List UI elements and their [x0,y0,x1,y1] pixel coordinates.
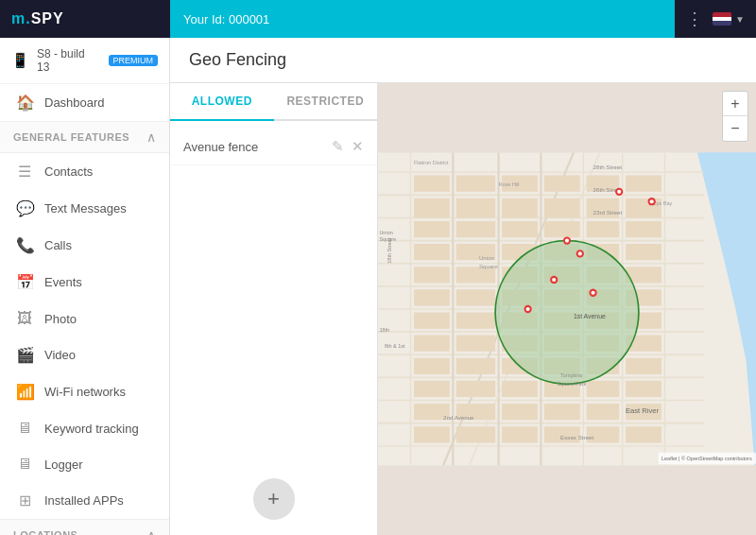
svg-rect-72 [456,358,495,374]
apps-label: Installed APPs [44,493,124,508]
svg-rect-76 [626,358,662,374]
svg-point-123 [552,278,556,282]
tab-restricted[interactable]: RESTRICTED [274,83,378,121]
svg-rect-86 [544,404,580,420]
svg-rect-30 [456,198,495,218]
svg-text:Square Park: Square Park [558,381,587,387]
svg-rect-46 [626,244,662,260]
svg-rect-94 [626,426,662,442]
logger-icon: 🖥 [16,456,33,473]
calls-label: Calls [44,238,72,252]
zoom-out-button[interactable]: − [723,116,747,141]
fence-item[interactable]: Avenue fence ✎ ✕ [170,129,377,165]
sidebar-item-keyword[interactable]: 🖥 Keyword tracking [0,410,169,446]
wifi-label: Wi-Fi networks [44,385,126,399]
fence-list: Avenue fence ✎ ✕ [170,121,377,463]
sidebar-item-logger[interactable]: 🖥 Logger [0,446,169,482]
fence-name: Avenue fence [183,140,258,154]
photo-icon: 🖼 [16,310,33,327]
zoom-in-button[interactable]: + [723,92,747,116]
general-features-header[interactable]: GENERAL FEATURES ∧ [0,121,169,153]
top-header: m.SPY Your Id: 000001 ⋮ ▼ [0,0,756,38]
svg-rect-79 [502,381,538,397]
sidebar-item-apps[interactable]: ⊞ Installed APPs [0,482,169,519]
logo: m.SPY [11,10,64,27]
svg-text:1st Avenue: 1st Avenue [574,313,606,319]
add-btn-container: + [170,463,377,535]
logo-area: m.SPY [0,0,170,38]
page-header: Geo Fencing [170,38,756,83]
svg-text:Flatiron District: Flatiron District [414,160,449,165]
svg-rect-35 [414,221,450,237]
calls-icon: 📞 [16,236,33,254]
locations-chevron: ∧ [146,527,156,535]
svg-text:Tompkins: Tompkins [560,372,582,378]
tab-allowed[interactable]: ALLOWED [170,83,274,121]
content-area: Geo Fencing ALLOWED RESTRICTED Avenue fe… [170,38,756,535]
svg-text:East River: East River [626,406,659,415]
svg-rect-71 [414,358,450,374]
svg-point-96 [495,241,639,385]
map-area: 28th Street 26th Street 23rd Street 18th… [378,83,756,535]
edit-fence-button[interactable]: ✎ [332,138,344,155]
svg-rect-91 [502,426,538,442]
svg-rect-38 [544,221,580,237]
apps-icon: ⊞ [16,492,33,509]
svg-rect-81 [587,381,619,397]
svg-rect-65 [414,336,450,352]
svg-rect-31 [502,198,538,218]
map-svg: 28th Street 26th Street 23rd Street 18th… [378,83,756,535]
text-messages-label: Text Messages [44,201,127,216]
left-panel: ALLOWED RESTRICTED Avenue fence ✎ ✕ [170,83,378,535]
svg-rect-89 [414,426,450,442]
video-icon: 🎬 [16,346,33,364]
sidebar-item-events[interactable]: 📅 Events [0,264,169,301]
add-fence-button[interactable]: + [253,478,295,520]
sidebar-item-calls[interactable]: 📞 Calls [0,227,169,264]
svg-text:18th: 18th [379,327,389,333]
svg-rect-28 [626,176,662,192]
flag-icon [713,12,731,26]
svg-point-117 [617,190,621,194]
svg-rect-41 [414,244,450,260]
sidebar-item-photo[interactable]: 🖼 Photo [0,301,169,337]
svg-text:Essex Street: Essex Street [560,434,593,440]
svg-rect-53 [414,289,450,305]
device-item[interactable]: 📱 S8 - build 13 PREMIUM [0,38,169,84]
svg-text:8th & 1st: 8th & 1st [385,343,405,349]
locations-header[interactable]: LOCATIONS ∧ [0,519,169,535]
sidebar-item-contacts[interactable]: ☰ Contacts [0,153,169,190]
svg-rect-40 [626,221,662,237]
svg-rect-37 [502,221,538,237]
language-selector[interactable]: ▼ [713,12,745,26]
locations-title: LOCATIONS [13,529,77,535]
wifi-icon: 📶 [16,383,33,401]
more-options-icon[interactable]: ⋮ [686,9,703,29]
logger-label: Logger [44,457,82,472]
sidebar-item-dashboard[interactable]: 🏠 Dashboard [0,84,169,121]
device-name: S8 - build 13 [37,47,97,74]
user-info-bar: Your Id: 000001 [170,0,675,38]
svg-text:Square: Square [379,236,396,242]
svg-rect-26 [544,176,580,192]
dashboard-icon: 🏠 [16,94,33,112]
delete-fence-button[interactable]: ✕ [352,138,364,155]
device-icon: 📱 [11,52,29,69]
svg-point-121 [578,251,582,255]
svg-rect-77 [414,381,450,397]
main-layout: 📱 S8 - build 13 PREMIUM 🏠 Dashboard GENE… [0,38,756,535]
contacts-label: Contacts [44,164,93,179]
video-label: Video [44,348,76,362]
svg-rect-87 [587,404,619,420]
svg-point-129 [565,239,569,243]
svg-text:23rd Street: 23rd Street [593,209,623,216]
svg-rect-32 [544,198,580,218]
svg-rect-48 [456,267,495,283]
general-features-chevron: ∧ [146,129,156,145]
svg-rect-59 [414,312,450,328]
svg-rect-66 [456,336,495,352]
photo-label: Photo [44,312,77,326]
sidebar-item-video[interactable]: 🎬 Video [0,337,169,373]
sidebar-item-text-messages[interactable]: 💬 Text Messages [0,190,169,227]
sidebar-item-wifi[interactable]: 📶 Wi-Fi networks [0,373,169,410]
